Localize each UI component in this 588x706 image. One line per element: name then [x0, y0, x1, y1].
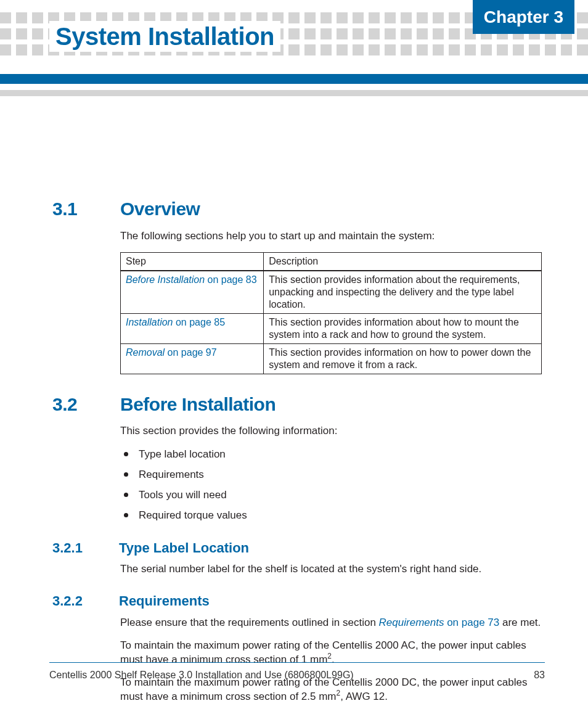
list-item: Requirements: [120, 468, 542, 481]
list-item: Type label location: [120, 448, 542, 461]
footer-page-number: 83: [534, 669, 545, 681]
chapter-tab: Chapter 3: [473, 0, 574, 34]
heading-text: Type Label Location: [119, 540, 249, 557]
before-install-bullets: Type label location Requirements Tools y…: [120, 448, 542, 522]
text: , AWG 12.: [340, 691, 388, 702]
heading-3-2-1: 3.2.1 Type Label Location: [52, 540, 542, 557]
type-label-body: The serial number label for the shelf is…: [120, 562, 542, 575]
cell-desc: This section provides information on how…: [264, 343, 542, 374]
footer-doc-title: Centellis 2000 Shelf Release 3.0 Install…: [49, 669, 354, 681]
xref-page[interactable]: on page 97: [165, 347, 217, 358]
overview-table: Step Description Before Installation on …: [120, 252, 542, 374]
table-row: Installation on page 85 This section pro…: [121, 313, 542, 343]
cell-desc: This section provides information about …: [264, 271, 542, 314]
heading-3-2-2: 3.2.2 Requirements: [52, 593, 542, 610]
page-content: 3.1 Overview The following sections help…: [0, 80, 588, 703]
overview-intro: The following sections help you to start…: [120, 229, 542, 242]
page-title: System Installation: [49, 21, 280, 52]
req-paragraph-1: Please ensure that the requirements outl…: [120, 616, 542, 629]
xref-page[interactable]: on page 85: [173, 317, 226, 327]
xref-page[interactable]: on page 83: [205, 274, 257, 285]
list-item: Tools you will need: [120, 488, 542, 501]
xref-link[interactable]: Removal: [126, 347, 165, 358]
heading-number: 3.2.1: [52, 540, 102, 557]
heading-text: Before Installation: [120, 393, 276, 416]
heading-text: Requirements: [119, 593, 210, 610]
xref-link[interactable]: Installation: [126, 317, 173, 327]
cell-desc: This section provides information about …: [264, 313, 542, 343]
xref-link[interactable]: Before Installation: [126, 274, 205, 285]
blue-divider: [0, 74, 588, 84]
list-item: Required torque values: [120, 509, 542, 522]
heading-3-1: 3.1 Overview: [52, 197, 542, 221]
text: are met.: [499, 617, 541, 628]
heading-number: 3.2.2: [52, 593, 102, 610]
table-row: Before Installation on page 83 This sect…: [121, 271, 542, 314]
col-step: Step: [121, 252, 264, 271]
xref-link[interactable]: Requirements: [379, 617, 444, 628]
table-row: Removal on page 97 This section provides…: [121, 343, 542, 374]
heading-number: 3.2: [52, 393, 96, 416]
heading-3-2: 3.2 Before Installation: [52, 393, 542, 416]
page-footer: Centellis 2000 Shelf Release 3.0 Install…: [49, 662, 545, 681]
heading-text: Overview: [120, 197, 200, 221]
text: Please ensure that the requirements outl…: [120, 617, 379, 628]
col-desc: Description: [264, 252, 542, 271]
banner-header: Chapter 3 System Installation: [0, 0, 588, 80]
text: To maintain the maximum power rating of …: [120, 639, 526, 665]
before-install-intro: This section provides the following info…: [120, 424, 542, 437]
superscript: 2: [327, 652, 332, 660]
xref-page[interactable]: on page 73: [444, 617, 499, 628]
heading-number: 3.1: [52, 197, 96, 221]
grey-divider: [0, 90, 588, 96]
